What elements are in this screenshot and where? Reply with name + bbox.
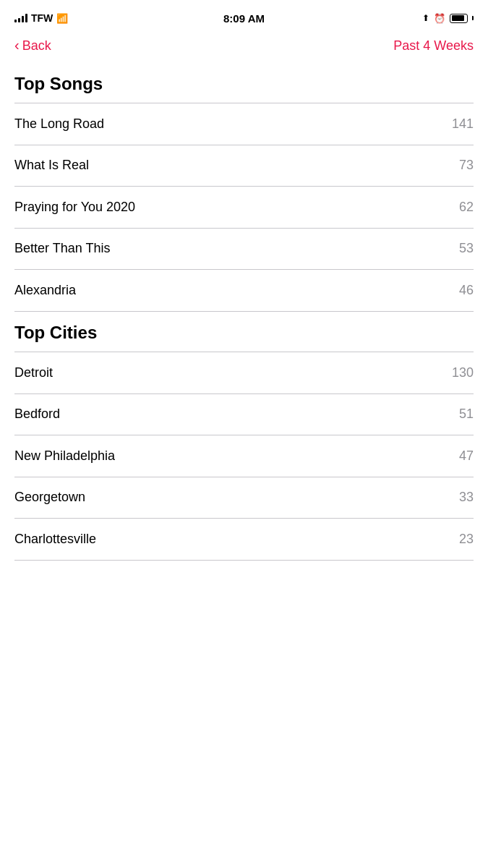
city-count: 23 [459, 532, 474, 547]
divider [14, 560, 474, 561]
city-name: New Philadelphia [14, 448, 115, 464]
city-count: 47 [459, 448, 474, 464]
content-area: Top Songs The Long Road 141 What Is Real… [0, 62, 488, 560]
back-label: Back [22, 38, 51, 54]
city-name: Detroit [14, 365, 53, 380]
period-selector-button[interactable]: Past 4 Weeks [393, 38, 474, 54]
signal-bars-icon [14, 14, 27, 22]
song-count: 62 [459, 200, 474, 215]
nav-bar: ‹ Back Past 4 Weeks [0, 32, 488, 62]
wifi-icon: 📶 [56, 13, 68, 24]
city-count: 130 [452, 365, 474, 380]
city-count: 51 [459, 407, 474, 422]
list-item[interactable]: Praying for You 2020 62 [14, 187, 474, 228]
song-name: Better Than This [14, 241, 110, 256]
status-time: 8:09 AM [223, 12, 265, 25]
status-right-icons: ⬆ ⏰ [422, 13, 474, 24]
top-songs-title: Top Songs [14, 62, 474, 103]
top-songs-section: Top Songs The Long Road 141 What Is Real… [14, 62, 474, 311]
battery-icon [450, 14, 468, 23]
list-item[interactable]: New Philadelphia 47 [14, 435, 474, 477]
city-count: 33 [459, 490, 474, 505]
song-name: Alexandria [14, 283, 76, 298]
list-item[interactable]: Georgetown 33 [14, 477, 474, 518]
alarm-icon: ⏰ [434, 13, 445, 24]
list-item[interactable]: The Long Road 141 [14, 103, 474, 145]
song-name: What Is Real [14, 158, 89, 173]
list-item[interactable]: Better Than This 53 [14, 228, 474, 269]
city-name: Georgetown [14, 490, 85, 505]
back-chevron-icon: ‹ [14, 37, 20, 54]
location-icon: ⬆ [422, 13, 429, 23]
list-item[interactable]: Bedford 51 [14, 393, 474, 435]
back-button[interactable]: ‹ Back [14, 38, 51, 54]
status-bar: TFW 📶 8:09 AM ⬆ ⏰ [0, 0, 488, 32]
top-cities-title: Top Cities [14, 311, 474, 352]
list-item[interactable]: What Is Real 73 [14, 145, 474, 186]
city-name: Charlottesville [14, 532, 96, 547]
song-name: The Long Road [14, 116, 104, 132]
song-count: 141 [452, 116, 474, 132]
song-count: 73 [459, 158, 474, 173]
battery-tip [472, 16, 474, 20]
city-name: Bedford [14, 407, 60, 422]
song-count: 53 [459, 241, 474, 256]
song-count: 46 [459, 283, 474, 298]
top-cities-section: Top Cities Detroit 130 Bedford 51 New Ph… [14, 311, 474, 560]
carrier-label: TFW [31, 12, 53, 24]
list-item[interactable]: Charlottesville 23 [14, 519, 474, 560]
battery-fill [452, 15, 464, 21]
list-item[interactable]: Detroit 130 [14, 352, 474, 393]
carrier-signal: TFW 📶 [14, 12, 68, 24]
list-item[interactable]: Alexandria 46 [14, 270, 474, 311]
song-name: Praying for You 2020 [14, 200, 135, 215]
